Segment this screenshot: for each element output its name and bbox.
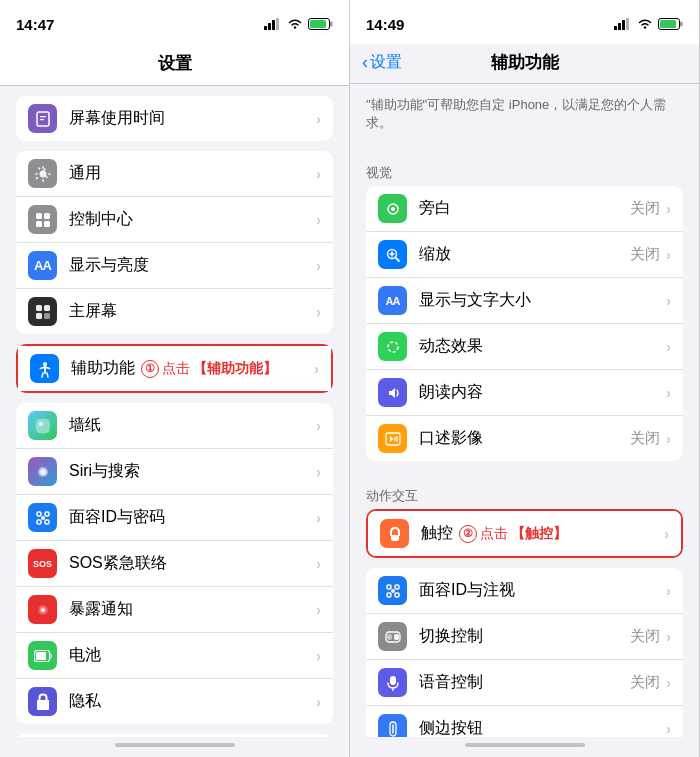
icon-switchcontrol <box>378 622 407 651</box>
icon-display: AA <box>28 251 57 280</box>
svg-rect-20 <box>44 213 50 219</box>
status-time-right: 14:49 <box>366 16 404 33</box>
svg-rect-46 <box>618 23 621 30</box>
label-battery: 电池 <box>69 645 316 666</box>
icon-general <box>28 159 57 188</box>
list-item-controlcenter[interactable]: 控制中心 › <box>16 197 333 243</box>
list-item-voicecontrol[interactable]: 语音控制 关闭 › <box>366 660 683 706</box>
svg-rect-65 <box>387 593 391 597</box>
value-voicecontrol: 关闭 <box>630 673 660 692</box>
list-item-siri[interactable]: Siri与搜索 › <box>16 449 333 495</box>
svg-rect-18 <box>35 176 38 179</box>
chevron-controlcenter: › <box>316 212 321 228</box>
list-item-wallpaper[interactable]: 墙纸 › <box>16 403 333 449</box>
chevron-sidebutton: › <box>666 721 671 737</box>
svg-rect-24 <box>44 305 50 311</box>
list-item-battery[interactable]: 电池 › <box>16 633 333 679</box>
icon-wallpaper <box>28 411 57 440</box>
right-scroll[interactable]: "辅助功能"可帮助您自定 iPhone，以满足您的个人需求。 视觉 旁白 关闭 … <box>350 84 699 737</box>
label-sidebutton: 侧边按钮 <box>419 718 666 737</box>
list-item-displaytext[interactable]: AA 显示与文字大小 › <box>366 278 683 324</box>
icon-zoom <box>378 240 407 269</box>
label-accessibility: 辅助功能 ① 点击 【辅助功能】 <box>71 358 314 379</box>
list-item-touch[interactable]: 触控 ② 点击 【触控】 › <box>368 511 681 556</box>
label-motion: 动态效果 <box>419 336 666 357</box>
touch-item-highlighted[interactable]: 触控 ② 点击 【触控】 › <box>366 509 683 558</box>
right-panel: 14:49 ‹ 设置 辅助功能 <box>350 0 700 757</box>
list-item-sidebutton[interactable]: 侧边按钮 › <box>366 706 683 737</box>
signal-icon-right <box>614 18 632 30</box>
list-item-display[interactable]: AA 显示与亮度 › <box>16 243 333 289</box>
battery-icon <box>308 18 333 30</box>
chevron-voiceover: › <box>666 201 671 217</box>
accessibility-item-highlighted[interactable]: 辅助功能 ① 点击 【辅助功能】 › <box>16 344 333 393</box>
label-faceid: 面容ID与密码 <box>69 507 316 528</box>
svg-rect-31 <box>37 512 41 516</box>
screentime-section: 屏幕使用时间 › <box>16 96 333 141</box>
svg-rect-34 <box>45 520 49 524</box>
icon-audiodesc <box>378 424 407 453</box>
svg-rect-6 <box>310 20 326 28</box>
nav-bar-left: 设置 <box>0 44 349 86</box>
chevron-sos: › <box>316 556 321 572</box>
icon-homescreen <box>28 297 57 326</box>
svg-rect-51 <box>660 20 676 28</box>
chevron-voicecontrol: › <box>666 675 671 691</box>
label-voicecontrol: 语音控制 <box>419 672 630 693</box>
svg-rect-0 <box>264 26 267 30</box>
vision-section: 视觉 旁白 关闭 › 缩放 关闭 › <box>350 158 699 461</box>
interaction-header: 动作交互 <box>350 481 699 509</box>
nav-title-left: 设置 <box>158 54 192 73</box>
chevron-exposure: › <box>316 602 321 618</box>
label-displaytext: 显示与文字大小 <box>419 290 666 311</box>
svg-rect-32 <box>45 512 49 516</box>
chevron-zoom: › <box>666 247 671 263</box>
svg-rect-69 <box>387 634 392 640</box>
list-item-switchcontrol[interactable]: 切换控制 关闭 › <box>366 614 683 660</box>
main-settings-section: 通用 › 控制中心 › AA 显示与亮度 › <box>16 151 333 334</box>
icon-siri <box>28 457 57 486</box>
list-item-appstore[interactable]: App Store › <box>16 734 333 737</box>
list-item-sos[interactable]: SOS SOS紧急联络 › <box>16 541 333 587</box>
list-item-voiceover[interactable]: 旁白 关闭 › <box>366 186 683 232</box>
chevron-audiodesc: › <box>666 431 671 447</box>
svg-rect-9 <box>40 119 44 120</box>
home-indicator-right <box>350 737 699 757</box>
svg-rect-21 <box>36 221 42 227</box>
svg-rect-25 <box>36 313 42 319</box>
list-item-exposure[interactable]: 暴露通知 › <box>16 587 333 633</box>
list-item-motion[interactable]: 动态效果 › <box>366 324 683 370</box>
list-item-faceid2[interactable]: 面容ID与注视 › <box>366 568 683 614</box>
list-item-screentime[interactable]: 屏幕使用时间 › <box>16 96 333 141</box>
chevron-displaytext: › <box>666 293 671 309</box>
label-switchcontrol: 切换控制 <box>419 626 630 647</box>
list-item-homescreen[interactable]: 主屏幕 › <box>16 289 333 334</box>
back-button[interactable]: ‹ 设置 <box>362 52 402 73</box>
list-item-faceid[interactable]: 面容ID与密码 › <box>16 495 333 541</box>
back-arrow-icon: ‹ <box>362 52 368 73</box>
status-icons-right <box>614 18 683 30</box>
nav-title-right: 辅助功能 <box>491 51 559 74</box>
svg-rect-63 <box>387 585 391 589</box>
chevron-faceid2: › <box>666 583 671 599</box>
svg-point-28 <box>39 422 43 426</box>
svg-line-55 <box>395 257 399 261</box>
list-item-zoom[interactable]: 缩放 关闭 › <box>366 232 683 278</box>
list-item-privacy[interactable]: 隐私 › <box>16 679 333 724</box>
svg-point-67 <box>391 589 395 593</box>
svg-rect-19 <box>36 213 42 219</box>
list-item-audiodesc[interactable]: 口述影像 关闭 › <box>366 416 683 461</box>
list-item-spoken[interactable]: 朗读内容 › <box>366 370 683 416</box>
list-item-accessibility[interactable]: 辅助功能 ① 点击 【辅助功能】 › <box>18 346 331 391</box>
back-label: 设置 <box>370 52 402 73</box>
left-scroll[interactable]: 屏幕使用时间 › 通用 › 控制中心 › <box>0 86 349 737</box>
list-item-general[interactable]: 通用 › <box>16 151 333 197</box>
misc-section: 墙纸 › Siri与搜索 › 面容ID与密码 › <box>16 403 333 724</box>
icon-voicecontrol <box>378 668 407 697</box>
label-homescreen: 主屏幕 <box>69 301 316 322</box>
chevron-wallpaper: › <box>316 418 321 434</box>
chevron-motion: › <box>666 339 671 355</box>
icon-sidebutton <box>378 714 407 737</box>
value-audiodesc: 关闭 <box>630 429 660 448</box>
svg-rect-33 <box>37 520 41 524</box>
